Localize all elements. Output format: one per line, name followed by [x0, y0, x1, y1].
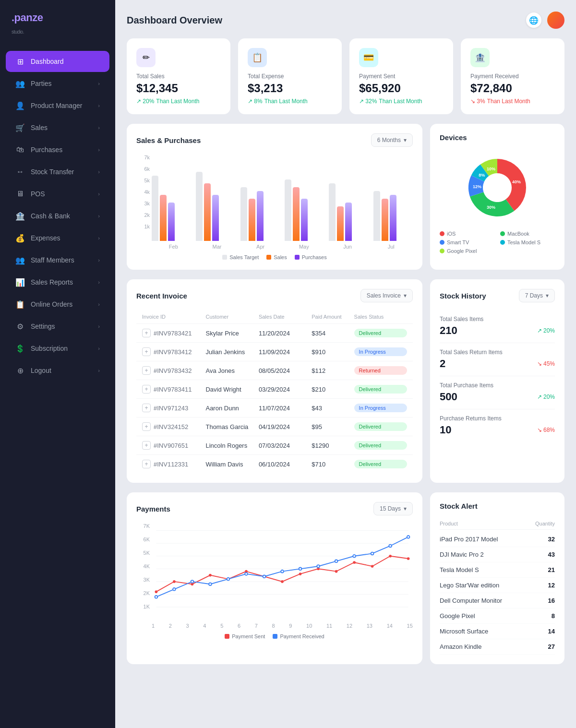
nav-label-10: Sales Reports: [31, 278, 73, 286]
stock-history-header: Stock History 7 Days ▾: [440, 289, 555, 302]
sidebar-item-product-manager[interactable]: 👤 Product Manager ›: [6, 95, 109, 116]
invoice-customer-2: Ava Jones: [205, 367, 258, 374]
expand-btn-7[interactable]: +: [142, 460, 151, 468]
received-dot-2: [191, 580, 194, 583]
bar-xlabel-May: May: [282, 244, 326, 250]
pie-container: 40%30%12%8%10%: [440, 149, 555, 226]
globe-icon[interactable]: 🌐: [526, 12, 541, 28]
expand-btn-0[interactable]: +: [142, 329, 151, 337]
payments-x-15: 15: [407, 623, 413, 629]
invoice-date-3: 03/29/2024: [259, 386, 312, 393]
sidebar-item-parties[interactable]: 👥 Parties ›: [6, 73, 109, 94]
sidebar-item-pos[interactable]: 🖥 POS ›: [6, 183, 109, 204]
received-dot-3: [209, 583, 212, 585]
avatar[interactable]: [547, 12, 564, 29]
bar-sales-2: [249, 199, 255, 241]
legend-sales-dot: [266, 255, 271, 260]
invoice-id-5: + #INV324152: [142, 422, 205, 431]
nav-icon-2: 👤: [15, 101, 25, 110]
payments-x-3: 3: [186, 623, 189, 629]
legend-target: Sales Target: [222, 254, 259, 260]
nav-label-1: Parties: [31, 80, 52, 87]
invoice-stock-row: Recent Invoice Sales Invoice ▾ Invoice I…: [127, 279, 564, 483]
pie-legend-iOS: iOS: [440, 231, 494, 237]
sidebar-item-settings[interactable]: ⚙ Settings ›: [6, 316, 109, 337]
sidebar-item-staff-members[interactable]: 👥 Staff Members ›: [6, 250, 109, 271]
sent-dot-13: [389, 555, 392, 558]
payments-x-8: 8: [272, 623, 275, 629]
bar-xlabel-Jul: Jul: [369, 244, 413, 250]
pie-segment-MacBook: [470, 192, 514, 216]
stock-metric-value-1: 2: [440, 358, 445, 370]
sidebar-item-logout[interactable]: ⊕ Logout ›: [6, 360, 109, 381]
pie-legend: iOSMacBookSmart TVTesla Model SGoogle Pi…: [440, 231, 555, 254]
stock-metric-label-0: Total Sales Items: [440, 316, 555, 322]
stat-icon-0: ✏: [136, 48, 156, 67]
sales-months-dropdown[interactable]: 6 Months ▾: [371, 133, 413, 147]
invoice-id-7: + #INV112331: [142, 460, 205, 468]
stats-grid: ✏ Total Sales $12,345 ↗ 20% Than Last Mo…: [127, 38, 564, 114]
payments-x-5: 5: [220, 623, 223, 629]
stock-metric-row-1: 2 ↘ 45%: [440, 358, 555, 370]
payments-filter-dropdown[interactable]: 15 Days ▾: [373, 502, 413, 515]
stock-alert-row-0: iPad Pro 2017 Model 32: [440, 532, 555, 547]
invoice-row-3: + #INV9783411 David Wright 03/29/2024 $2…: [136, 380, 413, 398]
sent-dot-7: [281, 580, 284, 583]
received-dot-5: [245, 573, 248, 575]
nav-arrow-9: ›: [98, 257, 100, 263]
stock-metric-change-1: ↘ 45%: [537, 360, 555, 367]
expand-btn-5[interactable]: +: [142, 422, 151, 431]
invoice-filter-dropdown[interactable]: Sales Invoice ▾: [360, 289, 413, 302]
invoice-status-0: Delivered: [354, 329, 407, 337]
stock-alert-col-header: Product Quantity: [440, 518, 555, 530]
nav-icon-14: ⊕: [15, 366, 25, 375]
stock-product-6: Microsoft Surface: [440, 628, 488, 635]
invoice-card: Recent Invoice Sales Invoice ▾ Invoice I…: [127, 279, 422, 483]
expand-btn-4[interactable]: +: [142, 404, 151, 412]
pie-dot-MacBook: [500, 231, 505, 236]
pie-legend-Tesla Model S: Tesla Model S: [500, 239, 555, 245]
nav-icon-5: ↔: [15, 167, 25, 177]
sales-purchases-title: Sales & Purchases: [136, 136, 201, 144]
expand-btn-6[interactable]: +: [142, 441, 151, 450]
stock-metric-row-3: 10 ↘ 68%: [440, 424, 555, 436]
bar-target-4: [329, 183, 336, 241]
bar-xlabel-Apr: Apr: [239, 244, 282, 250]
sidebar-item-sales-reports[interactable]: 📊 Sales Reports ›: [6, 272, 109, 293]
payments-xaxis: 123456789101112131415: [136, 623, 413, 629]
invoice-status-3: Delivered: [354, 385, 407, 394]
invoice-amount-5: $95: [312, 423, 354, 430]
stock-metric-label-2: Total Purchase Items: [440, 382, 555, 389]
stock-alert-row-6: Microsoft Surface 14: [440, 624, 555, 639]
bar-legend: Sales Target Sales Purchases: [136, 254, 413, 260]
stat-label-3: Payment Received: [470, 73, 555, 80]
invoice-id-3: + #INV9783411: [142, 385, 205, 394]
stock-history-dropdown[interactable]: 7 Days ▾: [519, 289, 555, 302]
sidebar-item-cash-&-bank[interactable]: 🏦 Cash & Bank ›: [6, 205, 109, 227]
stock-alert-row-5: Google Pixel 8: [440, 609, 555, 624]
payments-x-2: 2: [169, 623, 172, 629]
sidebar-item-expenses[interactable]: 💰 Expenses ›: [6, 227, 109, 249]
sidebar-item-dashboard[interactable]: ⊞ Dashboard: [6, 51, 109, 72]
payments-x-1: 1: [152, 623, 155, 629]
sidebar-item-sales[interactable]: 🛒 Sales ›: [6, 117, 109, 138]
nav-arrow-14: ›: [98, 368, 100, 373]
sidebar-item-purchases[interactable]: 🛍 Purchases ›: [6, 139, 109, 160]
sidebar-item-stock-transfer[interactable]: ↔ Stock Transfer ›: [6, 161, 109, 182]
expand-btn-3[interactable]: +: [142, 385, 151, 394]
bar-group-5: [373, 191, 413, 241]
bar-purchases-3: [301, 199, 308, 241]
nav-icon-11: 📋: [15, 299, 25, 309]
stat-card-2: 💳 Payment Sent $65,920 ↗ 32% Than Last M…: [349, 38, 453, 114]
stock-metric-change-0: ↗ 20%: [537, 327, 555, 334]
received-dot-10: [335, 560, 338, 563]
expand-btn-2[interactable]: +: [142, 366, 151, 375]
payments-x-9: 9: [289, 623, 292, 629]
expand-btn-1[interactable]: +: [142, 347, 151, 356]
sidebar-item-subscription[interactable]: 💲 Subscription ›: [6, 338, 109, 359]
bar-chart-container: 7k 6k 5k 4k 3k 2k 1k: [136, 155, 413, 241]
pie-dot-Google Pixel: [440, 249, 444, 253]
invoice-header: Recent Invoice Sales Invoice ▾: [136, 289, 413, 302]
sidebar-item-online-orders[interactable]: 📋 Online Orders ›: [6, 294, 109, 315]
nav-arrow-2: ›: [98, 103, 100, 108]
